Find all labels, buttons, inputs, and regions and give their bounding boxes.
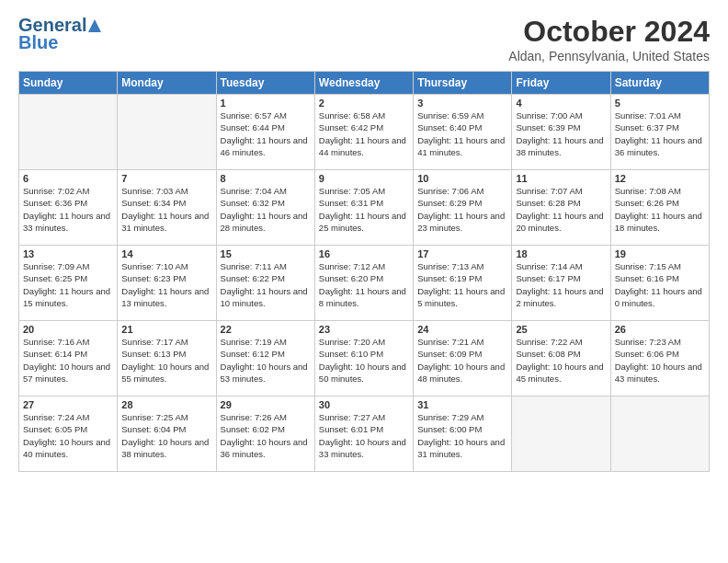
- calendar-cell: 1Sunrise: 6:57 AM Sunset: 6:44 PM Daylig…: [216, 95, 314, 170]
- calendar-cell: 14Sunrise: 7:10 AM Sunset: 6:23 PM Dayli…: [118, 246, 216, 321]
- day-number: 4: [516, 98, 606, 109]
- day-info: Sunrise: 7:12 AM Sunset: 6:20 PM Dayligh…: [319, 260, 409, 309]
- calendar-cell: 2Sunrise: 6:58 AM Sunset: 6:42 PM Daylig…: [314, 95, 413, 170]
- day-number: 18: [516, 248, 606, 259]
- calendar-cell: 12Sunrise: 7:08 AM Sunset: 6:26 PM Dayli…: [610, 170, 709, 246]
- day-info: Sunrise: 6:59 AM Sunset: 6:40 PM Dayligh…: [417, 109, 507, 158]
- day-info: Sunrise: 6:58 AM Sunset: 6:42 PM Dayligh…: [319, 109, 409, 158]
- week-row-4: 20Sunrise: 7:16 AM Sunset: 6:14 PM Dayli…: [19, 321, 710, 396]
- calendar-cell: 23Sunrise: 7:20 AM Sunset: 6:10 PM Dayli…: [314, 321, 413, 396]
- calendar-cell: [19, 95, 118, 170]
- calendar-cell: 4Sunrise: 7:00 AM Sunset: 6:39 PM Daylig…: [512, 95, 610, 170]
- day-number: 27: [23, 399, 113, 410]
- day-info: Sunrise: 7:11 AM Sunset: 6:22 PM Dayligh…: [221, 260, 311, 309]
- calendar-cell: 10Sunrise: 7:06 AM Sunset: 6:29 PM Dayli…: [414, 170, 512, 246]
- day-number: 2: [319, 98, 409, 109]
- week-row-1: 1Sunrise: 6:57 AM Sunset: 6:44 PM Daylig…: [19, 95, 710, 170]
- day-info: Sunrise: 7:17 AM Sunset: 6:13 PM Dayligh…: [121, 336, 211, 385]
- week-row-5: 27Sunrise: 7:24 AM Sunset: 6:05 PM Dayli…: [19, 396, 710, 472]
- header-tuesday: Tuesday: [216, 72, 314, 95]
- day-info: Sunrise: 7:01 AM Sunset: 6:37 PM Dayligh…: [615, 109, 705, 158]
- day-number: 17: [417, 248, 507, 259]
- title-area: October 2024 Aldan, Pennsylvania, United…: [508, 15, 710, 63]
- day-number: 3: [417, 98, 507, 109]
- day-number: 10: [417, 173, 507, 184]
- day-info: Sunrise: 7:10 AM Sunset: 6:23 PM Dayligh…: [121, 260, 211, 309]
- day-info: Sunrise: 7:15 AM Sunset: 6:16 PM Dayligh…: [615, 260, 705, 309]
- day-number: 5: [615, 98, 705, 109]
- day-info: Sunrise: 6:57 AM Sunset: 6:44 PM Dayligh…: [221, 109, 311, 158]
- logo: General Blue: [18, 15, 103, 53]
- calendar-cell: 22Sunrise: 7:19 AM Sunset: 6:12 PM Dayli…: [216, 321, 314, 396]
- day-info: Sunrise: 7:09 AM Sunset: 6:25 PM Dayligh…: [23, 260, 113, 309]
- day-info: Sunrise: 7:05 AM Sunset: 6:31 PM Dayligh…: [319, 185, 409, 234]
- calendar-cell: 3Sunrise: 6:59 AM Sunset: 6:40 PM Daylig…: [414, 95, 512, 170]
- calendar-cell: 25Sunrise: 7:22 AM Sunset: 6:08 PM Dayli…: [512, 321, 610, 396]
- day-number: 22: [221, 324, 311, 335]
- calendar-cell: 7Sunrise: 7:03 AM Sunset: 6:34 PM Daylig…: [118, 170, 216, 246]
- day-number: 13: [23, 248, 113, 259]
- calendar-cell: 21Sunrise: 7:17 AM Sunset: 6:13 PM Dayli…: [118, 321, 216, 396]
- day-number: 8: [221, 173, 311, 184]
- calendar-cell: 26Sunrise: 7:23 AM Sunset: 6:06 PM Dayli…: [610, 321, 709, 396]
- day-info: Sunrise: 7:25 AM Sunset: 6:04 PM Dayligh…: [121, 411, 211, 460]
- header-row: SundayMondayTuesdayWednesdayThursdayFrid…: [19, 72, 710, 95]
- header-friday: Friday: [512, 72, 610, 95]
- day-info: Sunrise: 7:26 AM Sunset: 6:02 PM Dayligh…: [221, 411, 311, 460]
- day-info: Sunrise: 7:20 AM Sunset: 6:10 PM Dayligh…: [319, 336, 409, 385]
- day-info: Sunrise: 7:19 AM Sunset: 6:12 PM Dayligh…: [221, 336, 311, 385]
- day-number: 15: [221, 248, 311, 259]
- header-sunday: Sunday: [19, 72, 118, 95]
- day-info: Sunrise: 7:29 AM Sunset: 6:00 PM Dayligh…: [417, 411, 507, 460]
- calendar-cell: 28Sunrise: 7:25 AM Sunset: 6:04 PM Dayli…: [118, 396, 216, 472]
- week-row-3: 13Sunrise: 7:09 AM Sunset: 6:25 PM Dayli…: [19, 246, 710, 321]
- logo-icon: [86, 17, 103, 34]
- calendar-cell: 5Sunrise: 7:01 AM Sunset: 6:37 PM Daylig…: [610, 95, 709, 170]
- logo-blue: Blue: [18, 32, 58, 53]
- location-title: Aldan, Pennsylvania, United States: [508, 49, 710, 63]
- day-info: Sunrise: 7:04 AM Sunset: 6:32 PM Dayligh…: [221, 185, 311, 234]
- day-number: 30: [319, 399, 409, 410]
- day-number: 28: [121, 399, 211, 410]
- day-number: 26: [615, 324, 705, 335]
- day-info: Sunrise: 7:08 AM Sunset: 6:26 PM Dayligh…: [615, 185, 705, 234]
- svg-marker-0: [88, 19, 101, 32]
- calendar-page: General Blue October 2024 Aldan, Pennsyl…: [0, 0, 728, 563]
- header: General Blue October 2024 Aldan, Pennsyl…: [18, 15, 710, 63]
- calendar-cell: 24Sunrise: 7:21 AM Sunset: 6:09 PM Dayli…: [414, 321, 512, 396]
- calendar-cell: [610, 396, 709, 472]
- day-number: 29: [221, 399, 311, 410]
- calendar-cell: 16Sunrise: 7:12 AM Sunset: 6:20 PM Dayli…: [314, 246, 413, 321]
- calendar-cell: 30Sunrise: 7:27 AM Sunset: 6:01 PM Dayli…: [314, 396, 413, 472]
- day-info: Sunrise: 7:07 AM Sunset: 6:28 PM Dayligh…: [516, 185, 606, 234]
- month-title: October 2024: [508, 15, 710, 49]
- day-number: 7: [121, 173, 211, 184]
- day-number: 20: [23, 324, 113, 335]
- calendar-cell: 27Sunrise: 7:24 AM Sunset: 6:05 PM Dayli…: [19, 396, 118, 472]
- calendar-cell: 17Sunrise: 7:13 AM Sunset: 6:19 PM Dayli…: [414, 246, 512, 321]
- calendar-cell: 20Sunrise: 7:16 AM Sunset: 6:14 PM Dayli…: [19, 321, 118, 396]
- day-number: 25: [516, 324, 606, 335]
- header-monday: Monday: [118, 72, 216, 95]
- calendar-cell: 9Sunrise: 7:05 AM Sunset: 6:31 PM Daylig…: [314, 170, 413, 246]
- calendar-cell: 13Sunrise: 7:09 AM Sunset: 6:25 PM Dayli…: [19, 246, 118, 321]
- header-wednesday: Wednesday: [314, 72, 413, 95]
- day-info: Sunrise: 7:03 AM Sunset: 6:34 PM Dayligh…: [121, 185, 211, 234]
- day-info: Sunrise: 7:06 AM Sunset: 6:29 PM Dayligh…: [417, 185, 507, 234]
- day-number: 16: [319, 248, 409, 259]
- calendar-cell: 29Sunrise: 7:26 AM Sunset: 6:02 PM Dayli…: [216, 396, 314, 472]
- day-info: Sunrise: 7:16 AM Sunset: 6:14 PM Dayligh…: [23, 336, 113, 385]
- calendar-cell: [512, 396, 610, 472]
- day-info: Sunrise: 7:14 AM Sunset: 6:17 PM Dayligh…: [516, 260, 606, 309]
- calendar-cell: 19Sunrise: 7:15 AM Sunset: 6:16 PM Dayli…: [610, 246, 709, 321]
- calendar-cell: 8Sunrise: 7:04 AM Sunset: 6:32 PM Daylig…: [216, 170, 314, 246]
- day-info: Sunrise: 7:27 AM Sunset: 6:01 PM Dayligh…: [319, 411, 409, 460]
- day-number: 14: [121, 248, 211, 259]
- day-number: 1: [221, 98, 311, 109]
- day-info: Sunrise: 7:02 AM Sunset: 6:36 PM Dayligh…: [23, 185, 113, 234]
- day-number: 6: [23, 173, 113, 184]
- day-number: 21: [121, 324, 211, 335]
- day-info: Sunrise: 7:24 AM Sunset: 6:05 PM Dayligh…: [23, 411, 113, 460]
- day-info: Sunrise: 7:00 AM Sunset: 6:39 PM Dayligh…: [516, 109, 606, 158]
- day-number: 31: [417, 399, 507, 410]
